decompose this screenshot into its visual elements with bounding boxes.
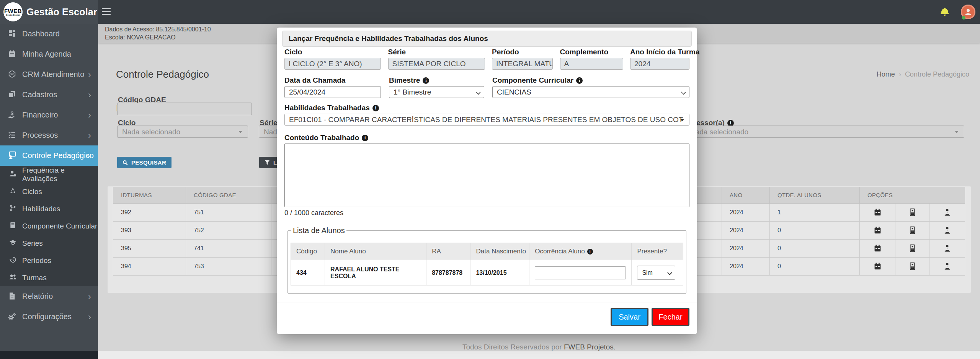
search-icon	[122, 160, 128, 165]
cell-qtde: 0	[770, 257, 860, 275]
sidebar-item-label: Controle Pedagógico	[22, 151, 94, 160]
sidebar-item-agenda[interactable]: Minha Agenda	[0, 44, 98, 64]
sidebar-nav: DashboardMinha AgendaCRM Atendimento›Cad…	[0, 24, 98, 351]
student-action-icon[interactable]	[939, 241, 955, 256]
info-icon: i	[587, 249, 593, 255]
sidebar-item-frequencia[interactable]: Frequência e Avaliações	[0, 166, 98, 183]
col-idturmas: IDTURMAS	[113, 187, 186, 203]
chevron-right-icon: ›	[88, 111, 91, 120]
online-status-dot	[962, 16, 965, 20]
turmas-icon	[9, 273, 18, 282]
logo-text: FWEB	[4, 8, 22, 14]
sidebar-item-config[interactable]: Configurações›	[0, 307, 98, 327]
sidebar-item-periodos[interactable]: Períodos	[0, 252, 98, 269]
info-icon: i	[372, 105, 379, 111]
report-action-icon[interactable]	[905, 205, 920, 220]
ciclos-icon	[9, 187, 18, 196]
breadcrumb-separator: ›	[899, 70, 901, 78]
fechar-button[interactable]: Fechar	[652, 308, 689, 326]
cell-codigo-gdae: 741	[186, 239, 271, 257]
sidebar-item-financeiro[interactable]: Financeiro›	[0, 105, 98, 125]
sidebar-item-processos[interactable]: Processos›	[0, 125, 98, 145]
breadcrumb: Home›Controle Pedagógico	[877, 70, 969, 78]
cell-idturmas: 394	[113, 257, 186, 275]
cell-ano: 2024	[722, 257, 770, 275]
cell-ano: 2024	[722, 203, 770, 221]
cell-qtde: 0	[770, 239, 860, 257]
breadcrumb-current: Controle Pedagógico	[905, 70, 969, 78]
student-action-icon[interactable]	[939, 205, 955, 220]
user-avatar[interactable]	[961, 5, 975, 19]
notifications-bell-icon[interactable]	[939, 7, 951, 17]
sidebar-item-relatorio[interactable]: Relatório›	[0, 286, 98, 307]
cell-codigo-gdae: 753	[186, 257, 271, 275]
chevron-right-icon: ›	[88, 70, 91, 79]
breadcrumb-home-link[interactable]: Home	[877, 70, 895, 78]
sidebar-item-label: Séries	[22, 239, 43, 248]
calendar-action-icon[interactable]	[870, 205, 885, 220]
modal-field-4: ComplementoA	[560, 48, 623, 70]
disabled-input: INTEGRAL MATUTIN	[492, 58, 553, 70]
hamburger-menu-icon[interactable]	[102, 8, 111, 16]
sidebar-footer	[0, 351, 98, 359]
student-row: 434RAFAEL ALUNO TESTE ESCOLA87878787813/…	[291, 260, 683, 286]
field-label: Série	[388, 48, 485, 56]
calendar-action-icon[interactable]	[870, 223, 885, 238]
sidebar-item-label: Relatório	[22, 292, 53, 301]
sidebar-item-componente[interactable]: Componente Curricular	[0, 217, 98, 235]
pesquisar-button[interactable]: PESQUISAR	[117, 157, 172, 168]
sidebar-item-label: Componente Curricular	[22, 222, 97, 230]
modal-field-5: Ano Início da Turma2024	[630, 48, 689, 70]
report-action-icon[interactable]	[905, 223, 920, 238]
relatorio-icon	[8, 292, 17, 301]
sidebar-item-cadastros[interactable]: Cadastros›	[0, 85, 98, 105]
componente-curricular-label: Componente Curriculari	[492, 77, 689, 84]
presente-select[interactable]: Sim	[637, 266, 675, 280]
student-nascimento: 13/10/2015	[470, 260, 529, 286]
bimestre-field: Bimestrei 1° Bimestre	[389, 77, 484, 98]
ocorrencia-input[interactable]	[535, 266, 626, 279]
sidebar-item-dashboard[interactable]: Dashboard	[0, 24, 98, 44]
bimestre-select[interactable]: 1° Bimestre	[389, 86, 484, 98]
calendar-action-icon[interactable]	[870, 259, 885, 274]
brand[interactable]: FWEB Gestão Escolar Gestão Escolar	[0, 0, 98, 24]
info-icon: i	[423, 77, 429, 84]
ciclo-filter-select[interactable]: Nada selecionado	[117, 126, 248, 138]
character-counter: 0 / 1000 caracteres	[284, 209, 689, 217]
sidebar-item-ciclos[interactable]: Ciclos	[0, 183, 98, 200]
financeiro-icon	[8, 111, 17, 120]
salvar-button[interactable]: Salvar	[611, 308, 648, 326]
lista-alunos-fieldset: Lista de Alunos Código Nome Aluno RA Dat…	[287, 226, 686, 294]
series-icon	[9, 239, 18, 248]
student-action-icon[interactable]	[939, 223, 955, 238]
report-action-icon[interactable]	[905, 241, 920, 256]
col-presente: Presente?	[632, 243, 683, 260]
professor-filter-select[interactable]: Nada selecionado	[685, 126, 964, 138]
col-opcoes: OPÇÕES	[860, 187, 965, 203]
sidebar-item-label: Habilidades	[22, 205, 60, 213]
chevron-right-icon: ›	[88, 131, 91, 140]
sidebar-item-habilidades[interactable]: Habilidades	[0, 200, 98, 217]
sidebar-item-crm[interactable]: CRM Atendimento›	[0, 64, 98, 85]
field-label: Complemento	[560, 48, 623, 56]
codigo-gdae-input[interactable]	[117, 103, 252, 115]
page-title: Controle Pedagógico	[116, 69, 209, 80]
conteudo-label: Conteúdo Trabalhadoi	[284, 134, 689, 142]
habilidades-select[interactable]: EF01CI01 - COMPARAR CARACTERÍSTICAS DE D…	[284, 114, 689, 126]
dashboard-icon	[8, 29, 17, 39]
data-chamada-input[interactable]	[284, 86, 381, 98]
calendar-action-icon[interactable]	[870, 241, 885, 256]
sidebar-item-controle[interactable]: Controle Pedagógico›	[0, 145, 98, 166]
disabled-input: A	[560, 58, 623, 70]
sidebar-item-series[interactable]: Séries	[0, 235, 98, 252]
footer-brand-link[interactable]: FWEB Projetos.	[564, 343, 616, 351]
sidebar-item-turmas[interactable]: Turmas	[0, 269, 98, 286]
conteudo-textarea[interactable]	[284, 144, 689, 207]
student-action-icon[interactable]	[939, 259, 955, 274]
col-ocorrencia: Ocorrência Alunoi	[529, 243, 632, 260]
controle-icon	[8, 151, 17, 160]
report-action-icon[interactable]	[905, 259, 920, 274]
data-chamada-label: Data da Chamada	[284, 77, 381, 84]
componente-curricular-select[interactable]: CIENCIAS	[492, 86, 689, 98]
lista-alunos-legend: Lista de Alunos	[291, 226, 346, 235]
